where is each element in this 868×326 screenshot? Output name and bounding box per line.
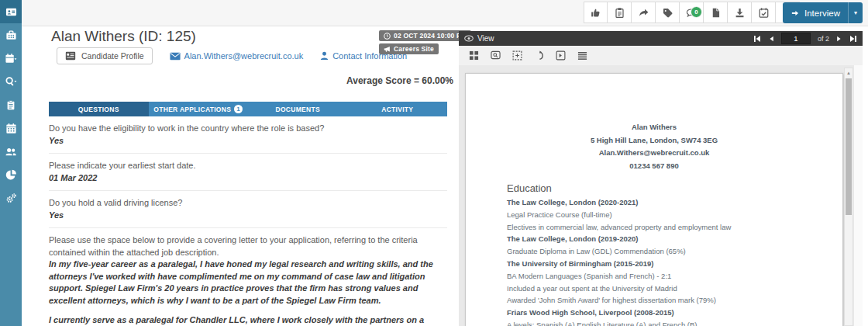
interview-button-label: Interview	[804, 9, 840, 18]
users-icon	[5, 146, 17, 158]
cv-line: Friars Wood High School, Liverpool (2008…	[507, 307, 842, 319]
sidebar-item-jobs[interactable]	[0, 23, 22, 47]
next-page-button[interactable]	[836, 35, 842, 43]
comments-count-badge: 0	[691, 6, 702, 18]
cv-page: Alan Withers 5 High Hill Lane, London, S…	[465, 73, 843, 326]
page-title: Alan Withers (ID: 125)	[51, 28, 196, 45]
cv-line: Included a year out spent at the Univers…	[507, 283, 842, 295]
download-button[interactable]	[728, 2, 752, 23]
cv-line: Electives in commercial law, advanced pr…	[507, 221, 842, 234]
notes-clipboard-icon	[614, 7, 625, 19]
candidate-card-icon	[5, 6, 17, 18]
download-icon	[734, 7, 746, 19]
question-text: Please indicate your earliest start date…	[49, 160, 447, 172]
cv-education-heading: Education	[507, 182, 842, 194]
cogs-icon	[5, 192, 17, 204]
answer-text: In my five-year career as a paralegal, I…	[49, 258, 447, 326]
calendar-check-icon	[758, 7, 770, 19]
first-page-button[interactable]	[753, 35, 761, 43]
schedule-button[interactable]	[752, 2, 776, 23]
text-layout-icon[interactable]	[577, 50, 587, 61]
zoom-to-selection-icon[interactable]	[512, 50, 522, 61]
clock-icon	[384, 33, 391, 40]
candidate-profile-button[interactable]: Candidate Profile	[57, 47, 153, 64]
cv-name: Alan Withers	[466, 121, 842, 134]
previous-page-button[interactable]	[768, 35, 774, 43]
thumbnails-icon[interactable]	[469, 50, 479, 61]
sidebar-item-events[interactable]	[0, 47, 22, 70]
cv-line: Graduate Diploma in Law (GDL) Commendati…	[507, 245, 842, 258]
forward-button[interactable]	[632, 2, 656, 23]
other-applications-count-badge: 1	[234, 105, 243, 113]
pie-chart-icon	[5, 169, 17, 181]
candidate-links-row: Candidate Profile Alan.Withers@webrecrui…	[57, 47, 407, 64]
scroll-up-icon[interactable]: ▲	[845, 68, 852, 77]
tag-button[interactable]	[656, 2, 680, 23]
tab-questions[interactable]: QUESTIONS	[49, 102, 149, 116]
calendar-dropdown-icon	[5, 53, 17, 64]
interview-button[interactable]: Interview ▾	[783, 2, 863, 23]
application-badges: 02 OCT 2024 10:00 PM Careers Site	[379, 30, 471, 54]
average-score: Average Score = 60.00%	[346, 75, 453, 86]
cv-line: BA Modern Languages (Spanish and French)…	[507, 270, 842, 283]
interview-dropdown-caret[interactable]: ▾	[848, 2, 863, 23]
documents-button[interactable]	[704, 2, 728, 23]
source-badge: Careers Site	[379, 43, 439, 54]
megaphone-icon	[384, 46, 391, 53]
cv-line: Awarded 'John Smith Award' for highest d…	[507, 294, 842, 307]
sidebar-item-calendar[interactable]	[0, 116, 22, 140]
cv-email: Alan.Withers@webrecruit.co.uk	[466, 147, 842, 160]
cv-phone: 01234 567 890	[466, 160, 842, 173]
tab-activity[interactable]: ACTIVITY	[348, 102, 448, 116]
rotate-icon[interactable]	[534, 50, 544, 61]
thumbs-up-icon	[590, 7, 601, 19]
questions-list: Do you have the eligibility to work in t…	[49, 116, 447, 326]
cv-line: The Law College, London (2019-2020)	[507, 233, 842, 245]
sidebar-item-tasks[interactable]	[0, 93, 22, 116]
tab-documents[interactable]: DOCUMENTS	[248, 102, 348, 116]
user-icon	[320, 51, 329, 61]
sidebar-item-candidates[interactable]	[0, 0, 22, 23]
search-dropdown-icon	[5, 76, 17, 88]
notes-button[interactable]	[608, 2, 632, 23]
question-text: Do you hold a valid driving license?	[49, 197, 447, 210]
calendar-grid-icon	[5, 123, 17, 134]
cv-line: Legal Practice Course (full-time)	[507, 209, 842, 221]
answer-text: 01 Mar 2022	[49, 172, 447, 185]
question-text: Do you have the eligibility to work in t…	[49, 123, 447, 135]
document-viewer: View 1 of 2 Alan Withers 5 High Hill Lan…	[459, 31, 863, 326]
viewer-header: View 1 of 2	[459, 31, 863, 46]
document-canvas: Alan Withers 5 High Hill Lane, London, S…	[459, 65, 863, 326]
document-icon	[710, 7, 722, 19]
page-number-input[interactable]: 1	[781, 33, 811, 44]
action-button-group: 0	[584, 2, 800, 23]
action-toolbar: 0 Interview ▾	[22, 0, 868, 26]
forward-arrow-icon	[638, 7, 649, 19]
sidebar-item-reports[interactable]	[0, 163, 22, 186]
sidebar-item-settings[interactable]	[0, 186, 22, 210]
sidebar-item-contacts[interactable]	[0, 140, 22, 163]
briefcase-icon	[5, 29, 17, 41]
question-item: Do you have the eligibility to work in t…	[49, 116, 447, 154]
tab-other-applications[interactable]: OTHER APPLICATIONS1	[149, 102, 249, 116]
viewer-right-gutter	[854, 65, 863, 326]
last-page-button[interactable]	[849, 35, 857, 43]
clipboard-icon	[5, 99, 16, 111]
candidate-email-link[interactable]: Alan.Withers@webrecruit.co.uk	[170, 51, 304, 61]
cv-address: 5 High Hill Lane, London, SW74 3EG	[466, 134, 842, 147]
answer-text: Yes	[49, 135, 447, 147]
comments-button[interactable]: 0	[680, 2, 704, 23]
document-scrollbar[interactable]: ▲	[844, 68, 853, 326]
scrollbar-thumb[interactable]	[846, 78, 852, 215]
candidate-email-text: Alan.Withers@webrecruit.co.uk	[184, 51, 304, 61]
arrow-right-icon	[790, 9, 800, 18]
search-in-document-icon[interactable]	[491, 50, 501, 61]
cv-contact-block: Alan Withers 5 High Hill Lane, London, S…	[466, 74, 842, 172]
pan-page-icon[interactable]	[556, 50, 566, 61]
viewer-toolbar	[459, 46, 863, 66]
question-item: Please indicate your earliest start date…	[49, 154, 447, 191]
thumbs-up-button[interactable]	[584, 2, 608, 23]
sidebar-item-search[interactable]	[0, 70, 22, 93]
eye-icon	[464, 35, 474, 42]
page-navigation: 1 of 2	[753, 33, 857, 44]
